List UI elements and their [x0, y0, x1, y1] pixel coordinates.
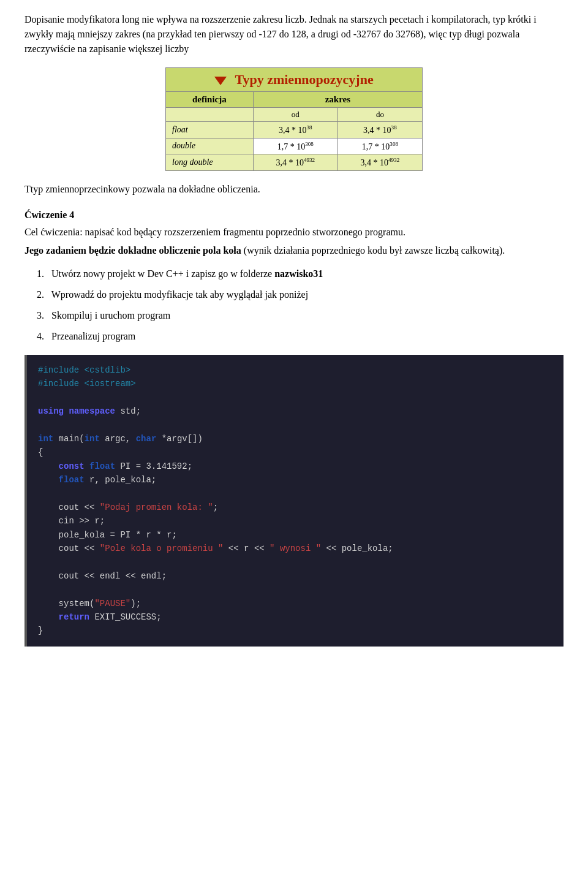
col-header-definition: definicja — [166, 92, 254, 108]
table-title: Typy zmiennopozycyjne — [166, 68, 423, 92]
col-sub-to: do — [337, 108, 422, 122]
type-double: double — [166, 138, 254, 154]
exercise-title: Ćwiczenie 4 — [24, 208, 564, 222]
exercise-desc: Cel ćwiczenia: napisać kod będący rozsze… — [24, 225, 564, 240]
table-row: float 3,4 * 1038 3,4 * 1038 — [166, 122, 423, 138]
type-float: float — [166, 122, 254, 138]
double-from: 1,7 * 10308 — [253, 138, 337, 154]
col-sub-empty — [166, 108, 254, 122]
table-row: long double 3,4 * 104932 3,4 * 104932 — [166, 154, 423, 171]
col-sub-from: od — [253, 108, 337, 122]
float-from: 3,4 * 1038 — [253, 122, 337, 138]
exercise-section: Ćwiczenie 4 Cel ćwiczenia: napisać kod b… — [24, 208, 564, 258]
float-types-table: Typy zmiennopozycyjne definicja zakres o… — [165, 67, 423, 171]
float-to: 3,4 * 1038 — [337, 122, 422, 138]
table-row: double 1,7 * 10308 1,7 * 10308 — [166, 138, 423, 154]
list-item: 4. Przeanalizuj program — [37, 329, 564, 344]
exercise-task: Jego zadaniem będzie dokładne obliczenie… — [24, 243, 564, 258]
arrow-icon — [214, 77, 227, 85]
type-long-double: long double — [166, 154, 254, 171]
double-to: 1,7 * 10308 — [337, 138, 422, 154]
list-item: 1. Utwórz nowy projekt w Dev C++ i zapis… — [37, 267, 564, 281]
para2: Ttyp zmiennoprzecinkowy pozwala na dokła… — [24, 182, 564, 197]
long-double-from: 3,4 * 104932 — [253, 154, 337, 171]
intro-paragraph: Dopisanie modyfikatora long nie wpływa n… — [24, 12, 564, 56]
list-item: 3. Skompiluj i uruchom program — [37, 308, 564, 323]
long-double-to: 3,4 * 104932 — [337, 154, 422, 171]
steps-list: 1. Utwórz nowy projekt w Dev C++ i zapis… — [37, 267, 564, 344]
code-block: #include <cstdlib> #include <iostream> u… — [24, 355, 564, 647]
col-header-range: zakres — [253, 92, 422, 108]
float-types-table-wrapper: Typy zmiennopozycyjne definicja zakres o… — [24, 67, 564, 171]
list-item: 2. Wprowadź do projektu modyfikacje tak … — [37, 287, 564, 302]
